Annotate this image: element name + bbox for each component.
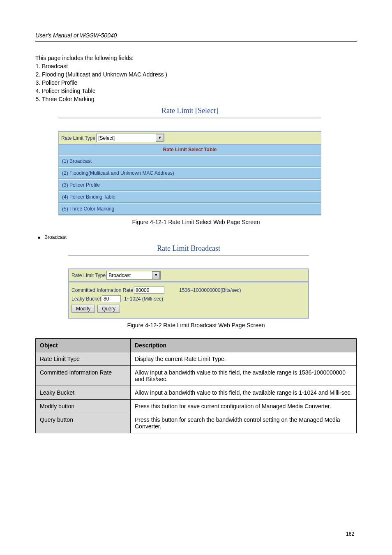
cell-desc: Allow input a bandwidth value to this fi… [131, 386, 357, 400]
cell-desc: Display the current Rate Limit Type. [131, 352, 357, 366]
fig1-title: Rate Limit [Select] [58, 106, 321, 115]
intro-list: Broadcast Flooding (Multicast and Unknow… [35, 63, 357, 102]
table-row: Rate Limit TypeDisplay the current Rate … [36, 352, 357, 366]
leaky-bucket-label: Leaky Bucket [71, 296, 101, 302]
table-row: Leaky BucketAllow input a bandwidth valu… [36, 386, 357, 400]
figure-rate-limit-select: Rate Limit [Select] Rate Limit Type [Sel… [58, 106, 321, 215]
cell-object: Modify button [36, 400, 131, 413]
rate-limit-type-value: Broadcast [107, 273, 152, 278]
header-user-manual: User's Manual of WGSW-50040 [35, 32, 357, 39]
header-divider [35, 41, 357, 42]
rate-limit-select-row[interactable]: (2) Flooding(Mulitcast and Unknown MAC A… [59, 167, 321, 179]
chevron-down-icon[interactable]: ▼ [156, 134, 164, 142]
fig1-title-underline [58, 118, 321, 118]
cell-object: Committed Information Rate [36, 366, 131, 386]
modify-button[interactable]: Modify [71, 305, 95, 313]
leaky-bucket-hint: 1~1024 (Milli-sec) [124, 296, 163, 302]
fig2-caption: Figure 4-12-2 Rate Limit Broadcast Web P… [35, 322, 357, 328]
rate-limit-select-row[interactable]: (5) Three Color Marking [59, 203, 321, 215]
cell-object: Leaky Bucket [36, 386, 131, 400]
cell-object: Rate Limit Type [36, 352, 131, 366]
intro-item: Policer Profile [42, 79, 357, 86]
rate-limit-select-table-heading: Rate Limit Select Table [59, 145, 321, 155]
cell-desc: Press this button for search the bandwid… [131, 413, 357, 433]
page-number: 162 [346, 531, 354, 537]
intro-item: Broadcast [42, 63, 357, 69]
rate-limit-type-label: Rate Limit Type [71, 273, 106, 278]
cell-object: Query button [36, 413, 131, 433]
figure-rate-limit-broadcast: Rate Limit Broadcast Rate Limit Type Bro… [68, 244, 309, 319]
intro-item: Three Color Marking [42, 96, 357, 102]
intro-heading: This page includes the following fields: [35, 55, 357, 61]
rate-limit-select-row[interactable]: (1) Broadcast [59, 155, 321, 167]
cir-label: Committed Information Rate [71, 287, 133, 293]
description-table: Object Description Rate Limit TypeDispla… [35, 338, 357, 433]
fig2-title-underline [68, 255, 309, 256]
table-row: Query buttonPress this button for search… [36, 413, 357, 433]
intro-item: Flooding (Multicast and Unknown MAC Addr… [42, 71, 357, 78]
rate-limit-type-select-broadcast[interactable]: Broadcast ▼ [106, 271, 161, 280]
rate-limit-type-select[interactable]: [Select] ▼ [96, 134, 164, 142]
rate-limit-select-row[interactable]: (3) Policer Profile [59, 179, 321, 191]
rate-limit-type-label: Rate Limit Type [61, 135, 95, 141]
fig2-title: Rate Limit Broadcast [68, 244, 309, 253]
cell-desc: Press this button for save current confi… [131, 400, 357, 413]
bullet-broadcast: Broadcast [38, 234, 357, 240]
cell-desc: Allow input a bandwidth value to this fi… [131, 366, 357, 386]
chevron-down-icon[interactable]: ▼ [152, 271, 160, 279]
rate-limit-type-value: [Select] [97, 135, 155, 141]
cir-input[interactable] [134, 287, 164, 294]
rate-limit-select-row[interactable]: (4) Policer Binding Table [59, 191, 321, 203]
leaky-bucket-input[interactable] [102, 295, 121, 302]
fig1-caption: Figure 4-12-1 Rate Limit Select Web Page… [35, 219, 357, 225]
query-button[interactable]: Query [97, 305, 120, 313]
cir-hint: 1536~1000000000(Bits/sec) [179, 287, 241, 293]
table-row: Committed Information RateAllow input a … [36, 366, 357, 386]
intro-item: Policer Binding Table [42, 88, 357, 94]
table-row: Modify buttonPress this button for save … [36, 400, 357, 413]
col-description: Description [131, 339, 357, 352]
col-object: Object [36, 339, 131, 352]
